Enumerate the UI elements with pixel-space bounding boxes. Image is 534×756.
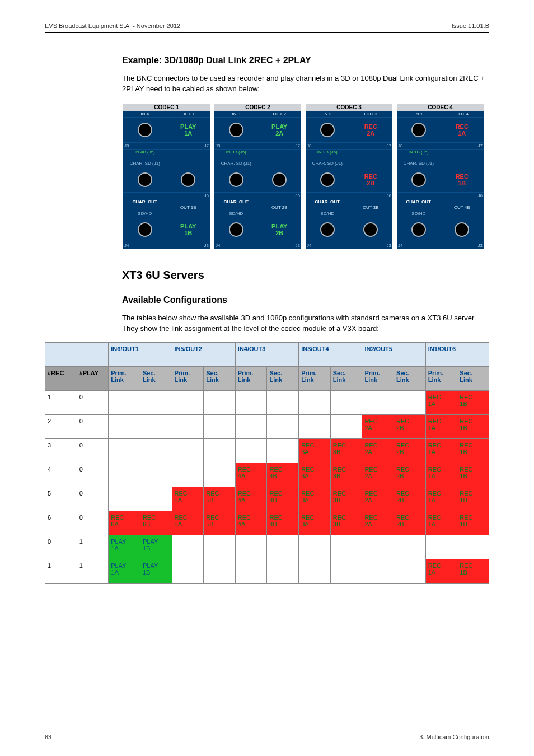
page-footer: 83 3. Multicam Configuration bbox=[45, 734, 489, 740]
link-cell bbox=[109, 463, 140, 487]
link-cell bbox=[172, 390, 204, 414]
link-cell: REC1A bbox=[425, 511, 457, 535]
link-cell bbox=[109, 438, 140, 463]
codec-module: CODEC 3IN 2OUT 3REC2AJ8J7IN 2B (J5)CHAR.… bbox=[305, 102, 394, 250]
channel-label bbox=[258, 167, 302, 192]
group-header: IN2/OUT5 bbox=[362, 342, 425, 366]
out-label: OUT 2 bbox=[258, 111, 302, 118]
link-cell bbox=[362, 559, 394, 583]
link-cell: REC2B bbox=[394, 511, 426, 535]
j6-label: J6 bbox=[167, 193, 210, 199]
link-cell: PLAY1B bbox=[140, 535, 172, 559]
rec-count: 3 bbox=[45, 438, 77, 463]
channel-label: PLAY1B bbox=[167, 217, 210, 242]
link-cell bbox=[235, 559, 267, 583]
link-cell bbox=[299, 535, 331, 559]
link-cell bbox=[172, 535, 204, 559]
table-row: 20REC2AREC2BREC1AREC1B bbox=[45, 414, 489, 438]
link-cell: REC1A bbox=[425, 438, 457, 463]
link-cell bbox=[330, 559, 362, 583]
in-b-label: IN 2B (J5)CHAR. SD (J1) bbox=[306, 150, 349, 167]
group-header: IN3/OUT4 bbox=[299, 342, 362, 366]
group-header bbox=[45, 342, 77, 366]
play-count: 0 bbox=[77, 463, 109, 487]
link-cell: REC1B bbox=[457, 390, 489, 414]
channel-label bbox=[441, 217, 484, 242]
link-cell: REC3B bbox=[330, 511, 362, 535]
column-header: Sec. Link bbox=[330, 366, 362, 390]
bnc-icon bbox=[229, 222, 243, 237]
codec-module: CODEC 4IN 1OUT 4REC1AJ8J7IN 1B (J5)CHAR.… bbox=[396, 102, 485, 250]
column-header: #PLAY bbox=[77, 366, 109, 390]
bnc-port bbox=[397, 118, 441, 142]
example-intro: The BNC connectors to be used as recorde… bbox=[122, 73, 489, 95]
in-label: IN 1 bbox=[397, 111, 441, 118]
link-cell bbox=[267, 559, 299, 583]
link-cell: REC1B bbox=[457, 438, 489, 463]
link-cell bbox=[267, 535, 299, 559]
j6-label: J6 bbox=[441, 193, 484, 199]
bnc-icon bbox=[138, 222, 152, 237]
j8-label: J8 bbox=[123, 143, 167, 149]
link-cell bbox=[299, 414, 331, 438]
link-cell: REC3A bbox=[299, 438, 331, 463]
out-b-label: OUT 4B bbox=[441, 199, 484, 217]
link-cell bbox=[109, 390, 140, 414]
j3-label: J3 bbox=[441, 242, 484, 249]
link-cell: REC4B bbox=[267, 487, 299, 511]
bnc-port bbox=[214, 118, 258, 142]
link-cell bbox=[394, 390, 426, 414]
link-cell bbox=[299, 559, 331, 583]
table-row: 11PLAY1APLAY1BREC1AREC1B bbox=[45, 559, 489, 583]
play-count: 0 bbox=[77, 511, 109, 535]
bnc-icon bbox=[181, 172, 195, 187]
play-count: 0 bbox=[77, 487, 109, 511]
out-label: OUT 3 bbox=[349, 111, 393, 118]
link-cell: REC1A bbox=[425, 559, 457, 583]
link-cell bbox=[172, 438, 204, 463]
j4-label: J4 bbox=[397, 242, 441, 249]
bnc-port bbox=[123, 217, 167, 242]
group-header: IN5/OUT2 bbox=[172, 342, 235, 366]
link-cell: REC1A bbox=[425, 463, 457, 487]
table-row: 50REC5AREC5BREC4AREC4BREC3AREC3BREC2AREC… bbox=[45, 487, 489, 511]
section-label: 3. Multicam Configuration bbox=[419, 734, 489, 740]
j4-label: J4 bbox=[306, 242, 349, 249]
rec-count: 0 bbox=[45, 535, 77, 559]
bnc-port bbox=[397, 167, 441, 192]
link-cell: REC2A bbox=[362, 487, 394, 511]
j3-label: J3 bbox=[167, 242, 210, 249]
table-row: 01PLAY1APLAY1B bbox=[45, 535, 489, 559]
j3-label: J3 bbox=[258, 242, 302, 249]
out-b-label: OUT 2B bbox=[258, 199, 302, 217]
link-cell: REC1B bbox=[457, 414, 489, 438]
rec-count: 6 bbox=[45, 511, 77, 535]
codec-module: CODEC 2IN 3OUT 2PLAY2AJ8J7IN 3B (J5)CHAR… bbox=[213, 102, 302, 250]
xt3-intro: The tables below show the available 3D a… bbox=[122, 313, 489, 334]
link-cell: REC1A bbox=[425, 390, 457, 414]
link-cell: REC5B bbox=[204, 511, 236, 535]
link-cell: REC1B bbox=[457, 463, 489, 487]
char-out-label: CHAR. OUTSD/HD bbox=[123, 199, 167, 217]
column-header: Prim. Link bbox=[425, 366, 457, 390]
codec-title: CODEC 1 bbox=[123, 104, 210, 111]
codec-diagram: CODEC 1IN 4OUT 1PLAY1AJ8J7IN 4B (J5)CHAR… bbox=[122, 102, 489, 250]
channel-label: PLAY2B bbox=[258, 217, 302, 242]
link-cell bbox=[362, 390, 394, 414]
bnc-icon bbox=[229, 172, 243, 187]
link-cell: REC6B bbox=[140, 511, 172, 535]
bnc-icon bbox=[229, 123, 243, 137]
link-cell bbox=[330, 414, 362, 438]
bnc-icon bbox=[411, 172, 426, 187]
link-cell: REC5B bbox=[204, 487, 236, 511]
j7-label: J7 bbox=[258, 143, 302, 149]
bnc-port bbox=[123, 167, 167, 192]
link-cell bbox=[299, 390, 331, 414]
link-cell: REC1B bbox=[457, 559, 489, 583]
link-cell: PLAY1A bbox=[109, 535, 140, 559]
link-cell bbox=[204, 535, 236, 559]
xt3-subtitle: Available Configurations bbox=[122, 295, 489, 305]
j6-label: J6 bbox=[349, 193, 393, 199]
codec-module: CODEC 1IN 4OUT 1PLAY1AJ8J7IN 4B (J5)CHAR… bbox=[122, 102, 211, 250]
j8-label: J8 bbox=[306, 143, 349, 149]
